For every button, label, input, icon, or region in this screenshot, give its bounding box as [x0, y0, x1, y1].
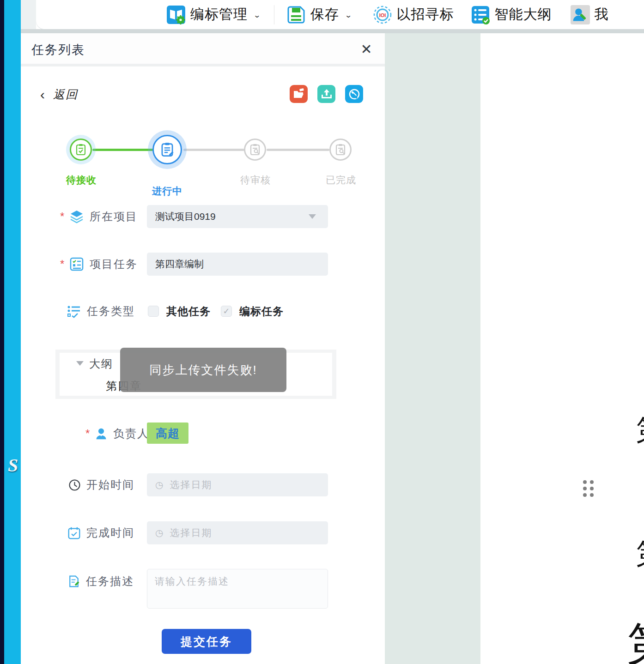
bid-manage-icon	[166, 5, 186, 24]
task-name-row: * 项目任务 第四章编制	[21, 253, 385, 276]
smart-outline-button[interactable]: 智能大纲	[471, 5, 552, 24]
folder-icon	[293, 88, 305, 100]
sync-edit-button[interactable]	[345, 85, 363, 103]
required-mark: *	[60, 258, 67, 271]
app-logo: S	[5, 454, 21, 476]
task-card-icon	[69, 257, 84, 272]
clock-icon	[68, 479, 81, 491]
profile-menu[interactable]: 我	[571, 5, 609, 24]
doc-edit-icon	[67, 575, 80, 588]
required-mark: *	[60, 210, 67, 223]
description-label: 任务描述	[86, 574, 134, 589]
step-label-review: 待审核	[240, 174, 271, 187]
start-time-row: 开始时间 ◷ 选择日期	[21, 473, 385, 496]
target-icon: IOI	[373, 5, 392, 24]
owner-row: * 负责人 高超	[21, 433, 385, 434]
toolbar-divider	[274, 5, 274, 24]
clipboard-check-icon	[75, 144, 87, 156]
task-list-panel: 任务列表 ✕ ‹ 返回	[21, 33, 385, 664]
step-label-completed: 已完成	[326, 174, 356, 187]
other-task-checkbox[interactable]	[148, 306, 159, 317]
panel-title: 任务列表	[31, 42, 85, 58]
compose-icon	[348, 88, 360, 100]
smart-outline-icon	[471, 5, 490, 24]
clipboard-search-icon	[334, 144, 346, 156]
step-review-circle[interactable]	[244, 139, 266, 161]
step-received-circle[interactable]	[70, 139, 92, 161]
project-row: * 所在项目 测试项目0919	[21, 205, 385, 228]
owner-tag[interactable]: 高超	[147, 423, 188, 444]
clock-icon: ◷	[155, 479, 163, 490]
window-edge-dark	[0, 0, 4, 664]
start-date-picker[interactable]: ◷ 选择日期	[147, 473, 328, 496]
calendar-check-icon	[67, 526, 81, 540]
end-time-label: 完成时间	[86, 525, 134, 540]
document-area: 第 第 第	[480, 33, 644, 664]
project-select[interactable]: 测试项目0919	[147, 205, 328, 228]
toolbar-shadow-band	[21, 29, 644, 33]
panel-header: 任务列表 ✕	[21, 33, 385, 64]
close-icon[interactable]: ✕	[358, 41, 375, 57]
step-label-received: 待接收	[66, 174, 97, 187]
clipboard-search-icon	[249, 144, 261, 156]
other-task-label[interactable]: 其他任务	[166, 304, 211, 319]
task-type-icon	[67, 304, 81, 319]
outline-collapse-icon[interactable]	[76, 361, 84, 366]
top-toolbar: 编标管理 ⌄ 保存 ⌄ IOI 以招寻标 智能大纲	[36, 0, 644, 29]
outline-label: 大纲	[89, 356, 113, 371]
end-date-placeholder: 选择日期	[170, 526, 212, 539]
find-bid-button[interactable]: IOI 以招寻标	[373, 5, 454, 24]
step-inprogress-circle[interactable]	[152, 135, 182, 164]
task-name-input[interactable]: 第四章编制	[147, 253, 328, 276]
description-row: 任务描述	[21, 581, 385, 581]
error-toast-text: 同步上传文件失败!	[149, 362, 257, 378]
panel-gap-background	[385, 33, 480, 664]
bid-task-checkbox[interactable]: ✓	[221, 306, 232, 317]
clipboard-edit-icon	[160, 142, 175, 157]
open-folder-button[interactable]	[290, 85, 308, 103]
submit-task-button[interactable]: 提交任务	[162, 629, 251, 654]
back-chevron-icon: ‹	[40, 88, 45, 102]
start-time-label: 开始时间	[86, 477, 134, 492]
find-bid-label: 以招寻标	[397, 5, 454, 24]
stepper-connector-todo	[267, 149, 329, 151]
document-partial-char: 第	[636, 411, 644, 450]
save-caret-icon: ⌄	[345, 10, 352, 19]
step-completed-circle[interactable]	[329, 139, 352, 161]
description-textarea[interactable]	[147, 569, 328, 609]
document-partial-char: 第	[636, 535, 644, 573]
profile-label: 我	[595, 5, 609, 24]
layers-icon	[69, 209, 84, 224]
stepper-connector-done	[92, 149, 156, 151]
upload-icon	[321, 88, 333, 100]
save-icon	[286, 5, 306, 24]
bid-manage-menu[interactable]: 编标管理 ⌄	[166, 5, 261, 24]
owner-name: 高超	[156, 426, 180, 441]
start-date-placeholder: 选择日期	[170, 478, 212, 491]
task-name-label: 项目任务	[90, 257, 138, 272]
required-mark: *	[85, 427, 92, 440]
upload-button[interactable]	[317, 85, 335, 103]
panel-header-divider	[21, 64, 385, 66]
svg-text:IOI: IOI	[379, 12, 386, 18]
smart-outline-label: 智能大纲	[495, 5, 552, 24]
sidebar-strip	[4, 0, 21, 664]
end-date-picker[interactable]: ◷ 选择日期	[147, 521, 328, 544]
drag-handle-icon[interactable]	[583, 480, 597, 501]
back-label: 返回	[53, 87, 78, 102]
save-label: 保存	[310, 5, 339, 24]
bid-manage-label: 编标管理	[190, 5, 248, 24]
owner-label: 负责人	[113, 426, 149, 441]
project-value: 测试项目0919	[155, 210, 216, 223]
checkbox-mark: ✓	[223, 306, 230, 316]
document-partial-char: 第	[627, 614, 644, 664]
toolbar-left-gap	[21, 0, 36, 29]
chevron-down-icon	[309, 214, 316, 219]
task-type-label: 任务类型	[87, 304, 135, 319]
person-icon	[95, 427, 108, 440]
bid-task-label[interactable]: 编标任务	[239, 304, 284, 319]
save-menu[interactable]: 保存 ⌄	[286, 5, 352, 24]
back-link[interactable]: ‹ 返回	[40, 87, 78, 102]
task-type-row: 任务类型 其他任务 ✓ 编标任务	[21, 300, 385, 323]
back-row: ‹ 返回	[21, 85, 385, 104]
